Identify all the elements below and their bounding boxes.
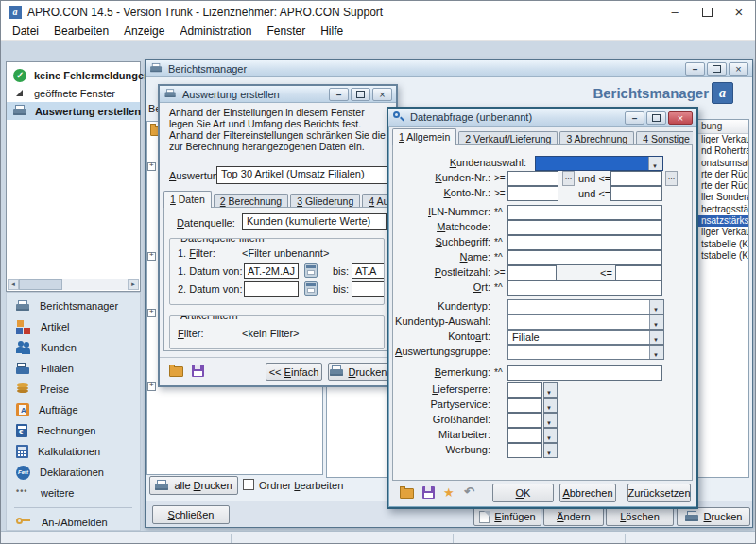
dropdown[interactable] <box>507 314 664 330</box>
datenabfrage-tab-4-sonstige[interactable]: 4 Sonstige <box>636 131 693 145</box>
sidebar-item-rechnungen[interactable]: Rechnungen <box>7 420 140 441</box>
tree-expand-icon[interactable] <box>147 309 156 317</box>
text-input[interactable] <box>507 205 662 220</box>
sidebar-item-weitere[interactable]: weitere <box>7 483 140 503</box>
text-input[interactable] <box>507 428 542 443</box>
range-to-input[interactable] <box>610 171 662 186</box>
dropdown[interactable] <box>507 299 664 314</box>
tree-expand-icon[interactable] <box>147 162 156 171</box>
chevron-down-icon[interactable] <box>543 429 557 442</box>
auswertung-tab-3-gliederung[interactable]: 3 Gliederung <box>290 194 360 208</box>
maximize-icon[interactable] <box>646 111 666 125</box>
chevron-down-icon[interactable] <box>543 414 557 427</box>
dropdown-arrow-button[interactable] <box>543 382 558 398</box>
minimize-icon[interactable] <box>625 111 644 125</box>
save-icon[interactable] <box>422 486 435 499</box>
save-icon[interactable] <box>192 365 204 377</box>
zuruecksetzen-button[interactable]: Zurücksetzen <box>627 484 691 502</box>
datum2-von-input[interactable] <box>244 281 299 297</box>
einfach-button[interactable]: << Einfach <box>266 363 322 381</box>
close-icon[interactable] <box>668 111 693 125</box>
range-from-input[interactable] <box>507 265 557 280</box>
dropdown[interactable]: Filiale <box>507 330 664 345</box>
text-input[interactable] <box>507 366 662 381</box>
chevron-down-icon[interactable] <box>649 300 663 314</box>
ellipsis-button[interactable]: ... <box>665 171 678 186</box>
text-input[interactable] <box>507 413 542 428</box>
ellipsis-button[interactable]: ... <box>562 171 575 186</box>
aendern-button[interactable]: Ändern <box>543 507 604 526</box>
datenabfrage-tab-1-allgemein[interactable]: 1 Allgemein <box>392 128 456 145</box>
maximize-icon[interactable] <box>707 62 727 76</box>
scrollbar-thumb[interactable] <box>19 279 62 290</box>
drucken-button[interactable]: Drucken <box>328 363 388 381</box>
sidebar-item-auswertung-erstellen[interactable]: Auswertung erstellen <box>7 102 140 120</box>
sidebar-item-an-abmelden[interactable]: An-/Abmelden <box>7 512 140 533</box>
sidebar-item-kunden[interactable]: Kunden <box>7 337 140 358</box>
app-titlebar[interactable]: a APRO.CON 14.5 - Version Trunk - Lizenz… <box>1 1 755 23</box>
sidebar-item-kalkulationen[interactable]: Kalkulationen <box>7 441 140 462</box>
dropdown-arrow-button[interactable] <box>543 398 558 413</box>
chevron-down-icon[interactable] <box>648 157 662 170</box>
chevron-down-icon[interactable] <box>543 383 557 397</box>
tree-expand-icon[interactable] <box>147 382 156 391</box>
sidebar-item-berichtsmanager[interactable]: Berichtsmanager <box>7 296 140 316</box>
datum1-bis-input[interactable]: AT.A <box>352 264 385 279</box>
text-input[interactable] <box>507 443 542 458</box>
chevron-down-icon[interactable] <box>649 346 663 359</box>
datenabfrage-tab-3-abrechnung[interactable]: 3 Abrechnung <box>559 131 634 145</box>
text-input[interactable] <box>507 250 662 265</box>
menu-item-datei[interactable]: Datei <box>5 25 46 38</box>
scroll-right-icon[interactable]: ► <box>128 279 139 290</box>
datenquelle-dropdown[interactable]: Kunden (kumulierte Werte) <box>242 213 387 230</box>
einfuegen-button[interactable]: Einfügen <box>473 507 541 526</box>
calendar-icon[interactable] <box>304 264 318 278</box>
sidebar-item-auftraege[interactable]: Aufträge <box>7 400 140 420</box>
minimize-icon[interactable] <box>329 88 349 101</box>
sidebar-item-artikel[interactable]: Artikel <box>7 316 140 337</box>
dropdown-arrow-button[interactable] <box>543 443 558 458</box>
chevron-down-icon[interactable] <box>649 315 663 329</box>
loeschen-button[interactable]: Löschen <box>606 507 674 526</box>
schliessen-button[interactable]: Schließen <box>152 505 230 524</box>
sidebar-item-deklarationen[interactable]: Deklarationen <box>7 462 140 483</box>
datenabfrage-tab-2-verkauf-lieferung[interactable]: 2 Verkauf/Lieferung <box>458 131 558 145</box>
close-icon[interactable] <box>372 88 392 101</box>
chevron-down-icon[interactable] <box>543 399 557 412</box>
minimize-icon[interactable] <box>659 1 691 23</box>
dropdown-arrow-button[interactable] <box>543 428 558 443</box>
sidebar-item-preise[interactable]: Preise <box>7 379 140 400</box>
auswertung-dropdown[interactable]: Top 30 Artikel (Umsatz Filialen) <box>216 166 392 184</box>
dropdown[interactable] <box>535 156 663 171</box>
auswertung-tab-2-berechnung[interactable]: 2 Berechnung <box>214 194 288 208</box>
sidebar-item-filialen[interactable]: Filialen <box>7 358 140 379</box>
ordner-bearbeiten-checkbox[interactable] <box>243 479 254 490</box>
menu-item-bearbeiten[interactable]: Bearbeiten <box>46 25 116 38</box>
text-input[interactable] <box>507 382 542 398</box>
range-from-input[interactable] <box>507 186 558 201</box>
text-input[interactable] <box>507 398 542 413</box>
tree-expand-icon[interactable] <box>147 252 156 261</box>
close-icon[interactable] <box>729 62 748 76</box>
sidebar-item-keine-fehlermeldungen[interactable]: keine Fehlermeldungen <box>7 66 140 84</box>
range-from-input[interactable] <box>507 171 558 186</box>
auswertung-tab-1-daten[interactable]: 1 Daten <box>163 191 212 208</box>
ok-button[interactable]: OK <box>492 484 554 502</box>
folder-icon[interactable] <box>400 488 414 499</box>
calendar-icon[interactable] <box>304 281 318 296</box>
maximize-icon[interactable] <box>691 1 723 23</box>
folder-icon[interactable] <box>169 366 183 377</box>
menu-item-fenster[interactable]: Fenster <box>259 25 313 38</box>
minimize-icon[interactable] <box>685 62 705 76</box>
abbrechen-button[interactable]: Abbrechen <box>559 484 616 502</box>
chevron-down-icon[interactable] <box>543 444 557 457</box>
menu-item-administration[interactable]: Administration <box>172 25 259 38</box>
menu-item-anzeige[interactable]: Anzeige <box>116 25 172 38</box>
text-input[interactable] <box>507 280 662 296</box>
sidebar-item-geoeffnete-fenster[interactable]: geöffnete Fenster <box>7 84 140 102</box>
menu-item-hilfe[interactable]: Hilfe <box>313 25 351 38</box>
text-input[interactable] <box>507 220 662 235</box>
range-to-input[interactable] <box>615 265 662 280</box>
horizontal-scrollbar[interactable]: ◄ ► <box>8 279 139 290</box>
maximize-icon[interactable] <box>351 88 370 101</box>
